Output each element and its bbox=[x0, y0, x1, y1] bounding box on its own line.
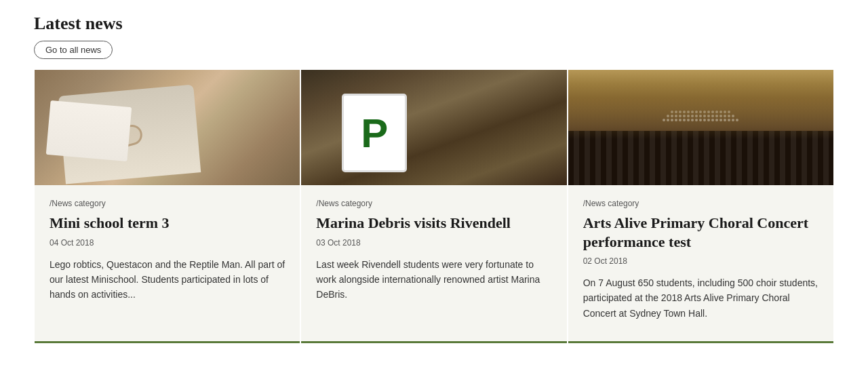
news-excerpt-3: On 7 August 650 students, including 500 … bbox=[583, 275, 818, 321]
audience-dot bbox=[703, 119, 706, 121]
audience-dot bbox=[671, 119, 673, 121]
news-card-image-3 bbox=[568, 70, 833, 185]
audience-dot bbox=[699, 111, 702, 113]
audience-dot bbox=[699, 119, 702, 121]
news-date-1: 04 Oct 2018 bbox=[50, 238, 285, 248]
audience-dot bbox=[736, 119, 738, 121]
audience-dot bbox=[728, 115, 730, 117]
audience-dot bbox=[732, 115, 734, 117]
news-title-3: Arts Alive Primary Choral Concert perfor… bbox=[583, 214, 818, 251]
audience-dot bbox=[663, 119, 665, 121]
audience-dot bbox=[687, 115, 690, 117]
audience-row bbox=[568, 119, 833, 121]
audience-dot bbox=[724, 111, 726, 113]
audience-dot bbox=[671, 111, 673, 113]
audience-dot bbox=[667, 115, 669, 117]
news-card-3: /News category Arts Alive Primary Choral… bbox=[568, 70, 833, 343]
go-to-all-news-button[interactable]: Go to all news bbox=[34, 41, 113, 59]
audience-dot bbox=[699, 115, 702, 117]
news-excerpt-1: Lego robtics, Questacon and the Reptile … bbox=[50, 257, 285, 302]
news-title-2: Marina Debris visits Rivendell bbox=[316, 214, 551, 233]
news-title-1: Mini school term 3 bbox=[50, 214, 285, 233]
audience-dot bbox=[715, 115, 718, 117]
audience-dot bbox=[683, 111, 686, 113]
news-card-image-2 bbox=[301, 70, 566, 185]
audience-dot bbox=[667, 119, 669, 121]
audience-dot bbox=[679, 115, 682, 117]
audience-dot bbox=[703, 115, 706, 117]
audience-dot bbox=[671, 115, 673, 117]
audience-row bbox=[568, 111, 833, 113]
news-date-3: 02 Oct 2018 bbox=[583, 256, 818, 266]
audience-dot bbox=[711, 115, 714, 117]
latest-news-title: Latest news bbox=[34, 14, 834, 34]
audience-dot bbox=[687, 111, 690, 113]
audience-dot bbox=[719, 111, 722, 113]
audience-dot bbox=[724, 115, 726, 117]
audience-dot bbox=[719, 115, 722, 117]
news-card-2: /News category Marina Debris visits Rive… bbox=[301, 70, 566, 343]
audience-dot bbox=[728, 119, 730, 121]
news-card-body-1: /News category Mini school term 3 04 Oct… bbox=[35, 185, 300, 341]
audience-dot bbox=[691, 111, 694, 113]
news-card-image-1 bbox=[35, 70, 300, 185]
audience-dot bbox=[687, 119, 690, 121]
audience-dot bbox=[675, 115, 677, 117]
news-date-2: 03 Oct 2018 bbox=[316, 238, 551, 248]
news-card-body-3: /News category Arts Alive Primary Choral… bbox=[568, 185, 833, 341]
audience-dot bbox=[719, 119, 722, 121]
audience-dot bbox=[679, 111, 682, 113]
news-excerpt-2: Last week Rivendell students were very f… bbox=[316, 257, 551, 302]
audience-dot bbox=[707, 119, 710, 121]
audience-dot bbox=[683, 115, 686, 117]
news-category-2: /News category bbox=[316, 199, 551, 208]
audience-dot bbox=[724, 119, 726, 121]
audience-dot bbox=[728, 111, 730, 113]
news-card-1: /News category Mini school term 3 04 Oct… bbox=[35, 70, 300, 343]
audience-decoration bbox=[568, 111, 833, 178]
news-category-1: /News category bbox=[50, 199, 285, 208]
audience-dot bbox=[695, 111, 698, 113]
audience-dot bbox=[695, 115, 698, 117]
audience-dot bbox=[711, 119, 714, 121]
glasses-decoration bbox=[74, 123, 144, 160]
audience-dot bbox=[675, 111, 677, 113]
audience-dot bbox=[715, 119, 718, 121]
audience-dot bbox=[707, 111, 710, 113]
audience-dot bbox=[683, 119, 686, 121]
audience-dot bbox=[707, 115, 710, 117]
page-header: Latest news Go to all news bbox=[34, 14, 834, 59]
audience-dot bbox=[711, 111, 714, 113]
news-card-body-2: /News category Marina Debris visits Rive… bbox=[301, 185, 566, 341]
audience-dot bbox=[715, 111, 718, 113]
audience-dot bbox=[679, 119, 682, 121]
page-wrapper: Latest news Go to all news /News categor… bbox=[34, 14, 834, 343]
audience-dot bbox=[691, 119, 694, 121]
card-image-concert bbox=[568, 70, 833, 185]
news-category-3: /News category bbox=[583, 199, 818, 208]
news-grid: /News category Mini school term 3 04 Oct… bbox=[34, 70, 834, 343]
audience-dot bbox=[691, 115, 694, 117]
card-image-craft bbox=[301, 70, 566, 185]
audience-dot bbox=[675, 119, 677, 121]
audience-dot bbox=[732, 119, 734, 121]
card-image-laptop bbox=[35, 70, 300, 185]
audience-dot bbox=[703, 111, 706, 113]
audience-dot bbox=[695, 119, 698, 121]
audience-row bbox=[568, 115, 833, 117]
